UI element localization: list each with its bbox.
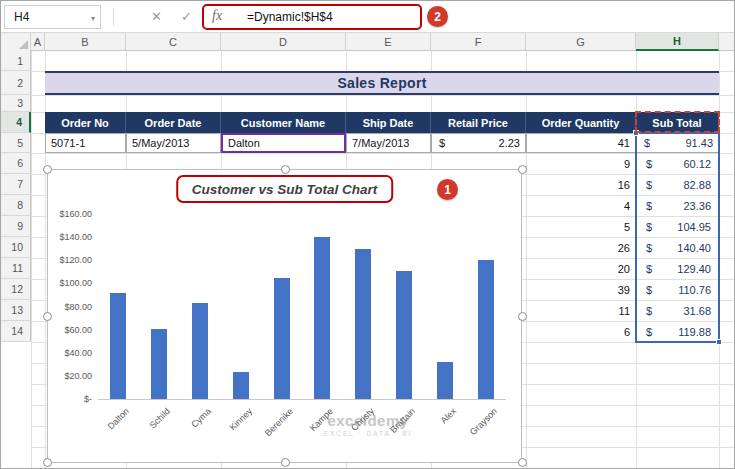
report-title-banner[interactable]: Sales Report [45,71,719,95]
axis-value-label: $20.00 [48,371,92,381]
cell-f5[interactable]: $ 2.23 [431,133,526,153]
select-all-corner[interactable] [1,33,31,51]
annotation-box-chart-title: Customer vs Sub Total Chart [176,175,394,203]
cell-d5-category-highlight[interactable]: Dalton [221,133,346,153]
annotation-badge-1: 1 [437,179,458,200]
report-title: Sales Report [337,75,426,91]
column-header-G[interactable]: G [526,33,636,51]
row-header-7[interactable]: 7 [1,174,31,195]
header-order-date[interactable]: Order Date [126,112,221,133]
name-box[interactable]: H4 ▾ [4,5,101,29]
chart-bar[interactable] [314,237,330,399]
column-header-A[interactable]: A [31,33,45,51]
cell-g5[interactable]: 41 [526,133,636,153]
chart-bar[interactable] [151,329,167,399]
chart-selection-handle[interactable] [281,458,290,467]
chart-bar[interactable] [233,372,249,399]
header-order-no[interactable]: Order No [45,112,126,133]
chart-plot: $160.00$140.00$120.00$100.00$80.00$60.00… [48,170,521,462]
axis-value-label: $40.00 [48,348,92,358]
h4-dashed-range-border [635,111,720,133]
cell-g12[interactable]: 39 [526,279,636,300]
cancel-icon[interactable]: ✕ [151,9,162,24]
cell-c5[interactable]: 5/May/2013 [126,133,221,153]
gridline-vertical [31,51,32,469]
column-header-B[interactable]: B [45,33,126,51]
chart-title[interactable]: Customer vs Sub Total Chart [192,182,378,197]
subtotal-range-border [635,132,720,343]
chart-selection-handle[interactable] [43,458,52,467]
axis-value-label: $140.00 [48,232,92,242]
name-box-value: H4 [14,10,29,24]
formula-bar: H4 ▾ ✕ ✓ fx =Dynamic!$H$4 2 [1,1,734,33]
cell-g9[interactable]: 5 [526,216,636,237]
header-retail-price[interactable]: Retail Price [431,112,526,133]
chart-bar[interactable] [274,278,290,399]
cell-b5[interactable]: 5071-1 [45,133,126,153]
row-header-12[interactable]: 12 [1,279,31,300]
axis-value-label: $80.00 [48,302,92,312]
annotation-badge-2: 2 [427,6,448,27]
cell-g11[interactable]: 20 [526,258,636,279]
excel-window: Sales Report Order No Order Date Custome… [0,0,735,469]
row-header-13[interactable]: 13 [1,300,31,321]
cell-g7[interactable]: 16 [526,174,636,195]
column-header-D[interactable]: D [221,33,346,51]
column-header-C[interactable]: C [126,33,221,51]
chart-frame[interactable]: $160.00$140.00$120.00$100.00$80.00$60.00… [47,169,522,463]
gridline-horizontal [31,95,735,96]
chart-selection-handle[interactable] [518,165,527,174]
chart-bar[interactable] [478,260,494,399]
row-header-1[interactable]: 1 [1,51,31,71]
axis-value-label: $160.00 [48,209,92,219]
divider [113,8,114,26]
x-axis-line [98,399,506,400]
axis-value-label: $100.00 [48,278,92,288]
column-header-E[interactable]: E [346,33,431,51]
chart-selection-handle[interactable] [43,165,52,174]
row-header-5[interactable]: 5 [1,133,31,153]
row-header-6[interactable]: 6 [1,153,31,174]
annotation-box-formula [202,4,422,30]
axis-value-label: $60.00 [48,325,92,335]
chart-selection-handle[interactable] [518,458,527,467]
row-header-2[interactable]: 2 [1,71,31,95]
row-header-4[interactable]: 4 [1,112,31,133]
chart-bar[interactable] [110,293,126,399]
chart-selection-handle[interactable] [281,165,290,174]
cell-g10[interactable]: 26 [526,237,636,258]
column-header-F[interactable]: F [431,33,526,51]
cell-g14[interactable]: 6 [526,321,636,342]
currency-symbol: $ [439,137,445,149]
row-header-11[interactable]: 11 [1,258,31,279]
header-customer-name[interactable]: Customer Name [221,112,346,133]
fill-handle[interactable] [716,339,722,345]
cell-g6[interactable]: 9 [526,153,636,174]
name-box-dropdown-icon[interactable]: ▾ [91,14,95,23]
chart-bar[interactable] [396,271,412,399]
column-header-H[interactable]: H [636,33,719,51]
chart-selection-handle[interactable] [43,312,52,321]
row-header-9[interactable]: 9 [1,216,31,237]
column-headers: ABCDEFGH [1,33,734,51]
cell-e5[interactable]: 7/May/2013 [346,133,431,153]
chart-selection-handle[interactable] [518,312,527,321]
chart-bar[interactable] [437,362,453,399]
cell-g13[interactable]: 11 [526,300,636,321]
chart-bar[interactable] [192,303,208,399]
retail-price-value: 2.23 [499,137,520,149]
cell-g8[interactable]: 4 [526,195,636,216]
row-header-3[interactable]: 3 [1,95,31,112]
enter-icon[interactable]: ✓ [181,9,192,24]
axis-value-label: $120.00 [48,255,92,265]
row-header-14[interactable]: 14 [1,321,31,342]
axis-value-label: $- [48,394,92,404]
row-header-10[interactable]: 10 [1,237,31,258]
header-ship-date[interactable]: Ship Date [346,112,431,133]
header-order-quantity[interactable]: Order Quantity [526,112,636,133]
row-header-8[interactable]: 8 [1,195,31,216]
chart-bar[interactable] [355,249,371,399]
